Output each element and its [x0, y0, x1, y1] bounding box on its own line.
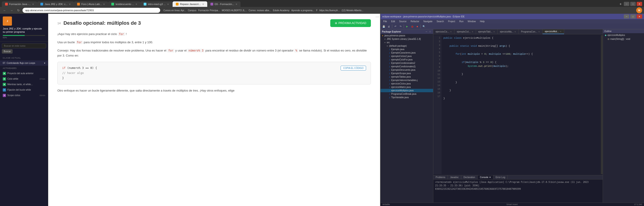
toolbar-print[interactable]: 🖨	[386, 24, 391, 29]
editor-tab-et2[interactable]: ejemploCicl...✕	[454, 29, 476, 34]
editor-tab-close-et1[interactable]: ✕	[450, 31, 452, 33]
toolbar-run[interactable]: ▶	[405, 24, 410, 29]
options-button[interactable]: ⋯	[376, 15, 379, 19]
toolbar-search[interactable]: 🔍	[422, 24, 426, 29]
toolbar-debug[interactable]: 🐞	[410, 24, 414, 29]
tab-close-tab2[interactable]: ✕	[69, 3, 71, 5]
tree-file-10[interactable]: JejercicioCiclos.java	[380, 82, 433, 85]
tab-declaration[interactable]: Declaration	[461, 175, 478, 179]
bookmark-correo[interactable]: Correo: moises albe...	[248, 9, 271, 12]
editor-tab-close-et6[interactable]: ✕	[560, 30, 562, 33]
editor-tab-close-et2[interactable]: ✕	[472, 31, 474, 33]
back-button[interactable]: ←	[2, 7, 7, 13]
minimize-button[interactable]: ─	[624, 2, 629, 6]
activity-item-act5[interactable]: ⊞Scope ciclos06min	[0, 93, 48, 98]
menu-project[interactable]: Project	[446, 20, 457, 23]
tree-src[interactable]: ▾src	[380, 41, 433, 44]
bookmark-courses[interactable]: Cursos en línea: Apr...	[164, 9, 186, 12]
tree-file-7[interactable]: JEjemploScope.java	[380, 72, 433, 75]
editor-tab-et6[interactable]: ejercicioMul...✕	[542, 29, 564, 34]
menu-file[interactable]: File	[382, 20, 389, 23]
editor-tab-et3[interactable]: ejemploTabl...✕	[476, 29, 498, 34]
editor-tab-et4[interactable]: ejercicioMa...✕	[498, 29, 519, 34]
address-input[interactable]	[22, 8, 160, 13]
panel-maximize-icon[interactable]: □	[428, 30, 432, 33]
eclipse-maximize-button[interactable]: □	[630, 14, 636, 18]
tree-project[interactable]: ▾java-primeros-pasos	[380, 34, 433, 37]
reload-button[interactable]: ↻	[16, 7, 21, 13]
tree-file-11[interactable]: JejercicioMatriz.java	[380, 85, 433, 89]
bookmark-campus[interactable]: Campus	[188, 9, 196, 12]
menu-edit[interactable]: Edit	[389, 20, 397, 23]
menu-window[interactable]: Window	[466, 20, 478, 23]
toolbar-stop[interactable]: ■	[415, 24, 420, 29]
browser-tab-tab5[interactable]: intro-react-g3 ...✕	[140, 1, 172, 7]
editor-tab-close-et3[interactable]: ✕	[493, 31, 495, 33]
browser-tab-tab1[interactable]: Formación Java -...✕	[2, 1, 37, 7]
menu-run[interactable]: Run	[458, 20, 465, 23]
bookmark-moises[interactable]: MOISES ALBERTO JL...	[222, 9, 247, 12]
close-button[interactable]: ✕	[637, 2, 642, 6]
copy-code-button[interactable]: COPIA EL CÓDIGO	[340, 66, 366, 71]
code-editor-area[interactable]: 1234567891011121314151617 public class e…	[433, 34, 603, 175]
tab-error-log[interactable]: Error Log	[494, 175, 508, 179]
outline-class-item[interactable]: ◆ ejercicioMultiplos	[603, 33, 644, 37]
toolbar-undo[interactable]: ↶	[393, 24, 398, 29]
menu-refactor[interactable]: Refactor	[409, 20, 421, 23]
profile-icon[interactable]: M	[636, 7, 642, 13]
bookmark-notifications[interactable]: (12) Moisés Alberto...	[342, 9, 363, 12]
tree-file-3[interactable]: JejemploCicloFor.java	[380, 58, 433, 61]
browser-tab-tab6[interactable]: Repaso Javascri...✕	[172, 1, 207, 7]
menu-search[interactable]: Search	[435, 20, 446, 23]
tree-file-12[interactable]: JejercicioMultiplos.java	[380, 89, 433, 92]
tab-close-tab5[interactable]: ✕	[167, 3, 169, 5]
tab-javadoc[interactable]: Javadoc	[448, 175, 461, 179]
tab-close-tab4[interactable]: ✕	[136, 3, 137, 5]
bookmark-aprende[interactable]: Aprende a programa...	[291, 9, 314, 12]
scrollbar[interactable]	[601, 35, 603, 174]
code-content[interactable]: public class ejercicioMultiplos { public…	[442, 35, 601, 174]
tab-close-tab6[interactable]: ✕	[202, 3, 204, 5]
editor-tab-close-et5[interactable]: ✕	[538, 31, 540, 33]
next-activity-button[interactable]: ⊕ PRÓXIMA ACTIVIDAD	[330, 19, 371, 27]
toolbar-redo[interactable]: ↷	[398, 24, 403, 29]
chapter-item[interactable]: 07. Controlando flujo con Loops ▾	[0, 60, 48, 66]
tab-close-tab1[interactable]: ✕	[32, 3, 34, 5]
tree-file-13[interactable]: JProgramaConBreak.java	[380, 92, 433, 96]
tab-close-tab3[interactable]: ✕	[103, 3, 105, 5]
tab-console[interactable]: Console ✕	[478, 175, 493, 179]
tree-file-0[interactable]: JEjemplo.java	[380, 48, 433, 51]
toolbar-save[interactable]: 💾	[382, 24, 386, 29]
outline-method-item[interactable]: ⊙ main(String[]) : void	[603, 37, 644, 41]
forward-button[interactable]: →	[9, 7, 14, 13]
tree-file-2[interactable]: JejemploCiclos2.java	[380, 54, 433, 58]
tree-file-8[interactable]: JejemploTablas.java	[380, 75, 433, 79]
bookmark-edutin[interactable]: Edutin Academy	[273, 9, 290, 12]
menu-navigate[interactable]: Navigate	[422, 20, 434, 23]
editor-tab-et1[interactable]: ejercicioCic...✕	[433, 29, 454, 34]
browser-tab-tab4[interactable]: testdescuento ...✕	[108, 1, 140, 7]
tree-file-9[interactable]: JEjemploValoresVariables.j	[380, 79, 433, 82]
activity-item-act4[interactable]: ≡Fijación del bucle while	[0, 87, 48, 93]
menu-source[interactable]: Source	[397, 20, 408, 23]
bookmark-fluency[interactable]: https://es.fluencyh...	[320, 9, 340, 12]
panel-minimize-icon[interactable]: ─	[425, 30, 428, 33]
eclipse-close-button[interactable]: ✕	[637, 14, 642, 18]
tree-file-4[interactable]: JEjemploCondicionales2	[380, 61, 433, 65]
bookmark-f[interactable]: F	[316, 9, 318, 12]
new-tab-button[interactable]: +	[618, 1, 624, 7]
menu-help[interactable]: Help	[478, 20, 486, 23]
editor-tab-close-et4[interactable]: ✕	[514, 31, 516, 33]
eclipse-minimize-button[interactable]: ─	[624, 14, 629, 18]
browser-tab-tab3[interactable]: Foro | Alura Latii...✕	[74, 1, 108, 7]
activity-item-act2[interactable]: ■Ciclo while07min	[0, 76, 48, 82]
editor-tab-et5[interactable]: ProgramaCon...✕	[519, 29, 542, 34]
tree-jre[interactable]: ▾JRE System Library [JavaSE-1.8]	[380, 37, 433, 41]
activity-item-act3[interactable]: ■Mientras tanto, el while...	[0, 82, 48, 87]
tree-default-pkg[interactable]: ▾(default package)	[380, 44, 433, 48]
maximize-button[interactable]: □	[630, 2, 636, 6]
tree-file-14[interactable]: JTipoVariable.java	[380, 96, 433, 99]
bookmark-formacion[interactable]: Formación Principa...	[198, 9, 220, 12]
activity-item-act1[interactable]: ■Proyecto del aula anterior	[0, 71, 48, 76]
tab-close-tab7[interactable]: ✕	[236, 3, 237, 5]
